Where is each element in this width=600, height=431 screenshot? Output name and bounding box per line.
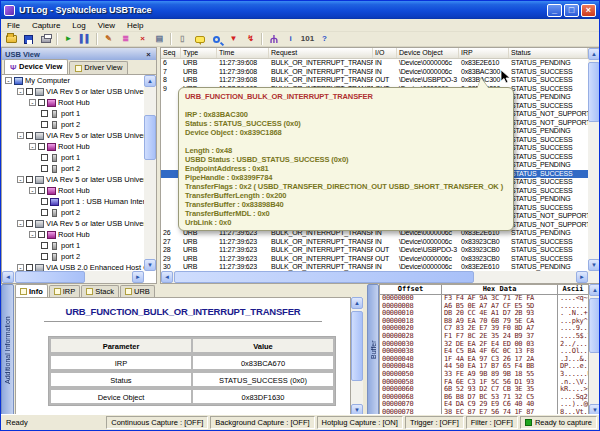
tree-expander-icon[interactable]: - <box>17 220 24 227</box>
tree-item-via-rev-5-or-later-usb-univers[interactable]: -VIA Rev 5 or later USB Universal Host C <box>2 174 144 185</box>
buffer-vertical-scrollbar[interactable]: ▲ ▼ <box>589 284 600 416</box>
tree-expander-icon[interactable]: - <box>17 132 24 139</box>
tree-item-my-computer[interactable]: -My Computer <box>2 75 144 86</box>
log-row[interactable]: 30URB11:27:39:623BULK_OR_INTERRUPT_TRANS… <box>161 263 588 271</box>
tree-checkbox[interactable] <box>41 253 48 260</box>
column-header-seq[interactable]: Seq <box>161 48 181 58</box>
scroll-up-icon[interactable]: ▲ <box>351 297 363 309</box>
tree-item-port-1[interactable]: port 1 <box>2 240 144 251</box>
tree-item-via-rev-5-or-later-usb-univers[interactable]: -VIA Rev 5 or later USB Universal Host C <box>2 86 144 97</box>
tree-checkbox[interactable] <box>26 264 33 271</box>
start-capture-icon[interactable]: ► <box>61 32 77 46</box>
tree-item-port-2[interactable]: port 2 <box>2 163 144 174</box>
panel-close-icon[interactable]: × <box>144 50 153 59</box>
log-row[interactable]: 28URB11:27:39:623BULK_OR_INTERRUPT_TRANS… <box>161 246 588 255</box>
tree-checkbox[interactable] <box>41 242 48 249</box>
scroll-thumb[interactable] <box>15 271 85 283</box>
scroll-left-icon[interactable]: ◄ <box>161 271 173 283</box>
tree-expander-icon[interactable]: - <box>29 99 36 106</box>
column-header-status[interactable]: Status <box>509 48 588 58</box>
tree-item-root-hub[interactable]: -Root Hub <box>2 229 144 240</box>
scroll-right-icon[interactable]: ► <box>576 271 588 283</box>
tree-checkbox[interactable] <box>41 121 48 128</box>
binary-view-icon[interactable]: 101 <box>300 32 316 46</box>
scroll-up-icon[interactable]: ▲ <box>588 48 600 60</box>
filter-icon[interactable]: ▼ <box>226 32 242 46</box>
tab-stack[interactable]: Stack <box>81 285 119 297</box>
append-log-icon[interactable]: ✎ <box>101 32 117 46</box>
tree-checkbox[interactable] <box>41 209 48 216</box>
tree-checkbox[interactable] <box>41 165 48 172</box>
tree-expander-icon[interactable]: - <box>17 88 24 95</box>
tree-checkbox[interactable] <box>26 88 33 95</box>
tab-device-view[interactable]: ΨDevice View <box>4 59 68 74</box>
log-row[interactable]: 7URB11:27:39:608BULK_OR_INTERRUPT_TRANSF… <box>161 68 588 77</box>
scroll-left-icon[interactable]: ◄ <box>2 271 14 283</box>
tree-item-root-hub[interactable]: -Root Hub <box>2 141 144 152</box>
tree-item-via-usb-2-0-enhanced-host-cont[interactable]: -VIA USB 2.0 Enhanced Host Controller <box>2 262 144 271</box>
log-row[interactable]: 27URB11:27:39:623BULK_OR_INTERRUPT_TRANS… <box>161 238 588 247</box>
scroll-right-icon[interactable]: ► <box>132 271 144 283</box>
scroll-up-icon[interactable]: ▲ <box>589 284 600 296</box>
column-header-type[interactable]: Type <box>181 48 217 58</box>
log-vertical-scrollbar[interactable]: ▲ ▼ <box>588 48 600 283</box>
maximize-button[interactable]: □ <box>564 4 579 17</box>
log-row[interactable]: 29URB11:27:39:623BULK_OR_INTERRUPT_TRANS… <box>161 255 588 264</box>
info-icon[interactable]: i <box>283 32 299 46</box>
log-horizontal-scrollbar[interactable]: ◄ ► <box>161 271 588 283</box>
tooltip-icon[interactable] <box>192 32 208 46</box>
tree-expander-icon[interactable]: - <box>29 187 36 194</box>
tab-info[interactable]: Info <box>15 284 48 297</box>
tree-checkbox[interactable] <box>38 143 45 150</box>
tree-item-port-2[interactable]: port 2 <box>2 207 144 218</box>
tree-item-port-1[interactable]: port 1 <box>2 152 144 163</box>
tree-checkbox[interactable] <box>41 198 48 205</box>
tab-irp[interactable]: IRP <box>49 285 81 297</box>
tree-item-via-rev-5-or-later-usb-univers[interactable]: -VIA Rev 5 or later USB Universal Host C <box>2 130 144 141</box>
tree-checkbox[interactable] <box>26 132 33 139</box>
menu-file[interactable]: File <box>1 19 26 32</box>
menu-help[interactable]: Help <box>121 19 149 32</box>
scroll-down-icon[interactable]: ▼ <box>144 259 156 271</box>
trigger-icon[interactable]: ↯ <box>243 32 259 46</box>
device-list-icon[interactable]: ▤ <box>152 32 168 46</box>
tree-item-root-hub[interactable]: -Root Hub <box>2 185 144 196</box>
menu-log[interactable]: Log <box>66 19 91 32</box>
scroll-thumb[interactable] <box>144 115 156 160</box>
tree-item-port-1[interactable]: port 1 <box>2 108 144 119</box>
tree-checkbox[interactable] <box>26 220 33 227</box>
tree-expander-icon[interactable]: - <box>17 264 24 271</box>
search-icon[interactable] <box>209 32 225 46</box>
info-vertical-scrollbar[interactable]: ▲ ▼ <box>351 297 363 416</box>
additional-info-side-tab[interactable]: Additional Information <box>1 284 14 416</box>
scroll-down-icon[interactable]: ▼ <box>588 259 600 271</box>
log-row[interactable]: 8URB11:27:39:608BULK_OR_INTERRUPT_TRANSF… <box>161 76 588 85</box>
open-log-icon[interactable] <box>4 32 20 46</box>
tree-expander-icon[interactable]: - <box>29 143 36 150</box>
menu-capture[interactable]: Capture <box>26 19 66 32</box>
close-button[interactable]: × <box>581 4 596 17</box>
log-row[interactable]: 6URB11:27:39:608BULK_OR_INTERRUPT_TRANSF… <box>161 59 588 68</box>
scroll-thumb[interactable] <box>589 298 600 353</box>
tree-vertical-scrollbar[interactable]: ▲ ▼ <box>144 75 156 271</box>
tree-checkbox[interactable] <box>38 99 45 106</box>
buffer-side-tab[interactable]: Buffer <box>367 284 379 416</box>
column-header-irp[interactable]: IRP <box>459 48 509 58</box>
tree-checkbox[interactable] <box>38 231 45 238</box>
tree-item-port-2[interactable]: port 2 <box>2 251 144 262</box>
print-icon[interactable] <box>38 32 54 46</box>
clear-log-icon[interactable]: ≣ <box>118 32 134 46</box>
menu-view[interactable]: View <box>92 19 121 32</box>
report-icon[interactable]: ▯ <box>175 32 191 46</box>
scroll-thumb[interactable] <box>174 271 474 283</box>
usb-device-icon[interactable] <box>266 32 282 46</box>
scroll-up-icon[interactable]: ▲ <box>144 75 156 87</box>
tree-expander-icon[interactable]: - <box>17 176 24 183</box>
column-header-io[interactable]: I/O <box>373 48 397 58</box>
tree-item-port-1-usb-human-interface-d[interactable]: port 1 : USB Human Interface D <box>2 196 144 207</box>
tab-urb[interactable]: URB <box>120 285 155 297</box>
delete-icon[interactable]: × <box>135 32 151 46</box>
tree-checkbox[interactable] <box>41 154 48 161</box>
save-log-icon[interactable] <box>21 32 37 46</box>
column-header-request[interactable]: Request <box>269 48 373 58</box>
